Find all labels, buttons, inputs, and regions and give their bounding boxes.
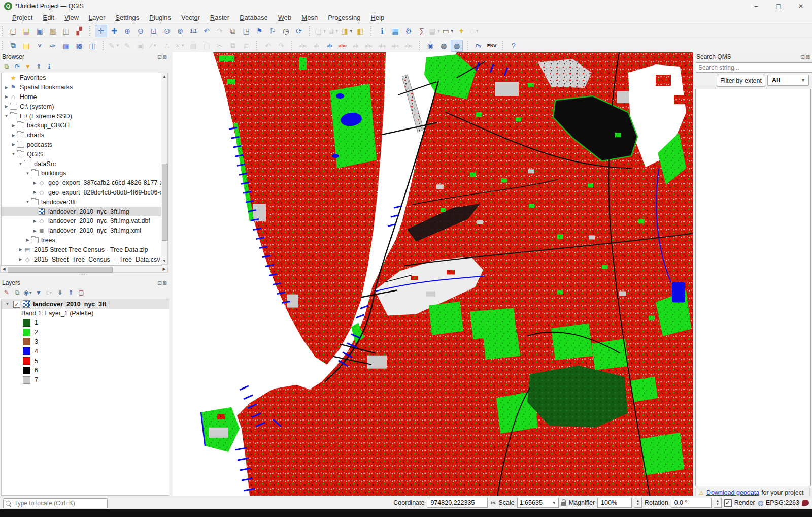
toolbar-handle[interactable] xyxy=(419,41,422,50)
toolbar-handle[interactable] xyxy=(2,41,5,50)
toolbar-handle[interactable] xyxy=(2,26,5,36)
pan-map-icon[interactable]: ✛ xyxy=(95,25,107,37)
menu-help[interactable]: Help xyxy=(365,12,389,23)
pin-labels-icon[interactable]: ab xyxy=(350,40,362,52)
layer-diagram-icon[interactable]: abc xyxy=(336,40,349,52)
browser-item[interactable]: ▶charts xyxy=(2,131,162,140)
add-ogr-layer-icon[interactable]: ▤ xyxy=(20,40,32,52)
browser-item[interactable]: ▼QGIS xyxy=(2,149,162,159)
zoom-to-selection-icon[interactable]: ⊙ xyxy=(161,25,173,37)
filter-expression-icon[interactable]: ε▼ xyxy=(45,288,54,297)
layout-manager-icon[interactable]: ◫ xyxy=(60,25,72,37)
redo-icon[interactable]: ↷ xyxy=(275,40,287,52)
expand-all-icon[interactable]: ⇓ xyxy=(55,288,64,297)
browser-add-layer-icon[interactable]: ⧉ xyxy=(2,62,11,71)
dock-splitter-left[interactable] xyxy=(169,52,173,496)
add-group-icon[interactable]: ⧉ xyxy=(13,288,22,297)
help-icon[interactable]: ? xyxy=(507,40,520,52)
browser-item[interactable]: ▶⚑Spatial Bookmarks xyxy=(2,83,162,92)
toolbar-handle[interactable] xyxy=(467,41,470,50)
tree-expander-icon[interactable]: ▶ xyxy=(18,257,23,262)
statistical-summary-icon[interactable]: ∑ xyxy=(416,25,428,37)
tree-expander-icon[interactable]: ▶ xyxy=(32,229,38,233)
qms-results-list[interactable] xyxy=(695,89,811,486)
tree-expander-icon[interactable]: ▼ xyxy=(25,200,30,204)
map-canvas[interactable] xyxy=(173,52,693,496)
qms-search-input[interactable] xyxy=(696,62,812,73)
menu-edit[interactable]: Edit xyxy=(38,12,59,23)
toolbar-handle[interactable] xyxy=(309,26,313,36)
browser-item[interactable]: ▶≣landcover_2010_nyc_3ft.img.xml xyxy=(2,226,162,236)
browser-item[interactable]: ▶▤2015 Street Tree Census - Tree Data.zi… xyxy=(2,245,162,254)
browser-item[interactable]: ▶backup_GBGH xyxy=(2,121,162,131)
browser-item[interactable]: ▶C:\ (system) xyxy=(2,102,162,111)
maximize-button[interactable]: ▢ xyxy=(767,1,790,12)
tree-expander-icon[interactable]: ▶ xyxy=(18,247,23,252)
render-checkbox[interactable]: ✓ xyxy=(724,499,732,507)
tree-expander-icon[interactable]: ▼ xyxy=(25,171,30,176)
metasearch-icon[interactable]: ◉ xyxy=(424,40,436,52)
remove-layer-icon[interactable]: ▢ xyxy=(77,288,86,297)
filter-legend-icon[interactable]: ▼ xyxy=(34,288,43,297)
scroll-down-icon[interactable]: ▼ xyxy=(161,257,167,264)
tree-expander-icon[interactable]: ▼ xyxy=(11,152,16,156)
menu-layer[interactable]: Layer xyxy=(84,12,111,23)
new-map-view-icon[interactable]: ⧉ xyxy=(227,25,239,37)
select-features-icon[interactable]: ▢▼ xyxy=(315,25,327,37)
tree-expander-icon[interactable]: ▼ xyxy=(4,114,9,118)
browser-item[interactable]: ▶◇geo_export_387cafb2-c6cd-4826-8177-a xyxy=(2,178,162,188)
map-themes-icon[interactable]: ◉▼ xyxy=(23,288,32,297)
qms-close-button[interactable]: ⊠ xyxy=(806,54,810,60)
measure-icon[interactable]: ▭▼ xyxy=(442,25,454,37)
tree-expander-icon[interactable]: ▶ xyxy=(32,181,38,185)
zoom-out-icon[interactable]: ⊖ xyxy=(134,25,147,37)
browser-close-button[interactable]: ⊠ xyxy=(163,54,167,60)
browser-item[interactable]: ▼dataSrc xyxy=(2,159,162,169)
menu-vector[interactable]: Vector xyxy=(176,12,205,23)
modify-attributes-icon[interactable]: ▦ xyxy=(187,40,199,52)
browser-item[interactable]: ▶◇landcover_2010_nyc_3ft.img.vat.dbf xyxy=(2,216,162,226)
magnifier-input[interactable] xyxy=(600,499,629,507)
menu-project[interactable]: Project xyxy=(7,12,38,23)
env-plugin-icon[interactable]: ENV xyxy=(486,40,498,52)
add-mesh-layer-icon[interactable]: ◫ xyxy=(86,40,98,52)
cut-features-icon[interactable]: ✂ xyxy=(214,40,226,52)
layer-labeling-icon[interactable]: ab xyxy=(323,40,335,52)
zoom-to-layer-icon[interactable]: ⊚ xyxy=(174,25,186,37)
toolbar-handle[interactable] xyxy=(103,41,106,50)
data-source-manager-icon[interactable]: ⧉ xyxy=(7,40,19,52)
change-label-icon[interactable]: abc xyxy=(402,40,415,52)
open-project-icon[interactable]: ▤ xyxy=(20,25,32,37)
zoom-in-icon[interactable]: ⊕ xyxy=(121,25,133,37)
menu-plugins[interactable]: Plugins xyxy=(144,12,176,23)
tree-expander-icon[interactable]: ▶ xyxy=(11,133,16,138)
menu-web[interactable]: Web xyxy=(273,12,297,23)
label-options-icon[interactable]: abc xyxy=(297,40,309,52)
browser-vertical-scrollbar[interactable]: ▲ ▼ xyxy=(161,73,168,265)
browser-item[interactable]: ▶◇2015_Street_Tree_Census_-_Tree_Data.cs… xyxy=(2,254,162,264)
crs-value[interactable]: EPSG:2263 xyxy=(766,499,799,506)
browser-filter-icon[interactable]: ▼ xyxy=(23,62,32,71)
layers-float-button[interactable]: ⊡ xyxy=(157,280,161,286)
zoom-last-icon[interactable]: ↶ xyxy=(200,25,213,37)
tree-expander-icon[interactable]: ▼ xyxy=(18,161,23,166)
browser-refresh-icon[interactable]: ⟳ xyxy=(13,62,22,71)
zoom-next-icon[interactable]: ↷ xyxy=(214,25,226,37)
show-bookmarks-icon[interactable]: ⚐ xyxy=(266,25,279,37)
tree-expander-icon[interactable]: ▶ xyxy=(4,104,9,109)
menu-mesh[interactable]: Mesh xyxy=(296,12,323,23)
browser-item[interactable]: landcover_2010_nyc_3ft.img xyxy=(2,207,162,216)
browser-item[interactable]: ▼buildings xyxy=(2,169,162,178)
menu-processing[interactable]: Processing xyxy=(323,12,365,23)
processing-toolbox-icon[interactable]: ⚙ xyxy=(402,25,415,37)
map-tips-icon[interactable]: ✦ xyxy=(455,25,467,37)
browser-item[interactable]: ★Favorites xyxy=(2,73,162,83)
qms-float-button[interactable]: ⊡ xyxy=(800,54,804,60)
qms-service-type-dropdown[interactable]: All▼ xyxy=(767,75,809,86)
tree-expander-icon[interactable]: ▶ xyxy=(11,142,16,147)
new-spatial-bookmark-icon[interactable]: ⚑ xyxy=(253,25,265,37)
browser-item[interactable]: ▼E:\ (Extreme SSD) xyxy=(2,111,162,121)
locator-input[interactable] xyxy=(13,499,96,507)
collapse-all-icon[interactable]: ⇑ xyxy=(66,288,75,297)
undo-icon[interactable]: ↶ xyxy=(262,40,274,52)
